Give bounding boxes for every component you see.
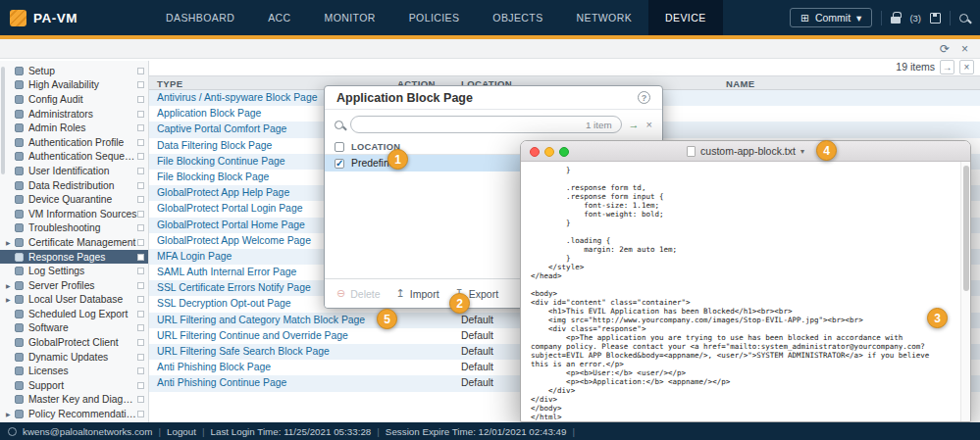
clear-filter-icon[interactable] bbox=[646, 119, 652, 130]
response-page-link[interactable]: GlobalProtect Portal Home Page bbox=[157, 218, 305, 233]
popout-icon[interactable] bbox=[137, 324, 144, 331]
chevron-down-icon[interactable] bbox=[800, 147, 804, 156]
popout-icon[interactable] bbox=[137, 196, 144, 203]
response-page-link[interactable]: Data Filtering Block Page bbox=[157, 138, 272, 154]
popout-icon[interactable] bbox=[137, 211, 144, 218]
popout-icon[interactable] bbox=[137, 81, 144, 88]
response-page-link[interactable]: Anti Phishing Block Page bbox=[157, 360, 271, 375]
sidebar-item[interactable]: VM Information Sources bbox=[0, 207, 148, 221]
popout-icon[interactable] bbox=[137, 254, 144, 261]
response-page-link[interactable]: MFA Login Page bbox=[157, 249, 232, 265]
row-checkbox[interactable] bbox=[335, 159, 344, 169]
response-page-link[interactable]: SSL Certificate Errors Notify Page bbox=[157, 280, 311, 296]
editor-content[interactable]: } .response form td, .response form inpu… bbox=[521, 162, 960, 421]
close-window-button[interactable] bbox=[530, 147, 540, 157]
sidebar-item[interactable]: Troubleshooting bbox=[0, 221, 148, 236]
sidebar-item[interactable]: Log Settings bbox=[0, 264, 148, 278]
sidebar-item[interactable]: Response Pages bbox=[0, 250, 148, 265]
apply-filter-icon[interactable] bbox=[629, 119, 640, 130]
expand-arrow-icon[interactable] bbox=[6, 411, 15, 417]
nav-tab[interactable]: ACC bbox=[251, 0, 307, 35]
arrow-right-icon[interactable] bbox=[940, 60, 954, 74]
popout-icon[interactable] bbox=[137, 396, 144, 403]
popout-icon[interactable] bbox=[137, 68, 144, 74]
refresh-icon[interactable] bbox=[940, 42, 950, 56]
popout-icon[interactable] bbox=[137, 296, 144, 303]
sidebar-item[interactable]: Server Profiles bbox=[0, 278, 148, 293]
popout-icon[interactable] bbox=[137, 311, 144, 318]
sidebar-item[interactable]: Local User Database bbox=[0, 293, 148, 308]
sidebar-item[interactable]: Config Audit bbox=[0, 92, 148, 107]
sidebar-scrollbar[interactable] bbox=[1, 67, 5, 174]
column-header-type[interactable]: TYPE bbox=[157, 78, 182, 89]
popout-icon[interactable] bbox=[137, 411, 144, 417]
sidebar-item[interactable]: Admin Roles bbox=[0, 121, 148, 135]
response-page-link[interactable]: SSL Decryption Opt-out Page bbox=[157, 296, 291, 312]
sidebar-item[interactable]: Administrators bbox=[0, 107, 148, 122]
minimize-window-button[interactable] bbox=[544, 147, 554, 157]
sidebar-item[interactable]: Certificate Management bbox=[0, 235, 148, 250]
zoom-window-button[interactable] bbox=[559, 147, 569, 157]
sidebar-item[interactable]: Support bbox=[0, 378, 148, 393]
logout-link[interactable]: Logout bbox=[167, 426, 196, 437]
nav-tab[interactable]: NETWORK bbox=[560, 0, 648, 35]
popout-icon[interactable] bbox=[137, 268, 144, 274]
popout-icon[interactable] bbox=[137, 354, 144, 361]
popout-icon[interactable] bbox=[137, 382, 144, 389]
response-page-link[interactable]: URL Filtering Safe Search Block Page bbox=[157, 344, 330, 360]
sidebar-item[interactable]: Authentication Sequence bbox=[0, 150, 148, 165]
response-page-link[interactable]: Antivirus / Anti-spyware Block Page bbox=[157, 90, 317, 106]
sidebar-item[interactable]: User Identification bbox=[0, 164, 148, 178]
response-page-link[interactable]: GlobalProtect Portal Login Page bbox=[157, 201, 302, 217]
popout-icon[interactable] bbox=[137, 153, 144, 160]
popout-icon[interactable] bbox=[137, 367, 144, 374]
response-page-link[interactable]: Anti Phishing Continue Page bbox=[157, 375, 286, 391]
response-page-link[interactable]: File Blocking Block Page bbox=[157, 170, 269, 185]
response-page-link[interactable]: Captive Portal Comfort Page bbox=[157, 122, 286, 137]
popout-icon[interactable] bbox=[137, 124, 144, 131]
sidebar-item[interactable]: Device Quarantine bbox=[0, 192, 148, 207]
save-icon[interactable] bbox=[930, 13, 941, 24]
popout-icon[interactable] bbox=[137, 111, 144, 118]
nav-tab[interactable]: DEVICE bbox=[648, 0, 723, 35]
response-page-link[interactable]: GlobalProtect App Welcome Page bbox=[157, 233, 311, 249]
scrollbar-thumb[interactable] bbox=[963, 166, 969, 291]
lock-icon[interactable] bbox=[891, 17, 901, 24]
select-all-checkbox[interactable] bbox=[335, 142, 344, 152]
sidebar-item[interactable]: Software bbox=[0, 321, 148, 336]
popout-icon[interactable] bbox=[137, 168, 144, 174]
response-page-link[interactable]: URL Filtering Continue and Override Page bbox=[157, 328, 348, 344]
sidebar-item[interactable]: Setup bbox=[0, 64, 148, 78]
popout-icon[interactable] bbox=[137, 339, 144, 346]
expand-arrow-icon[interactable] bbox=[6, 282, 15, 289]
column-header-name[interactable]: NAME bbox=[726, 78, 755, 89]
response-page-link[interactable]: SAML Auth Internal Error Page bbox=[157, 265, 296, 280]
sidebar-item[interactable]: Policy Recommendation bbox=[0, 407, 148, 421]
sidebar-item[interactable]: Data Redistribution bbox=[0, 178, 148, 193]
nav-tab[interactable]: DASHBOARD bbox=[149, 0, 251, 35]
close-icon[interactable] bbox=[959, 60, 974, 74]
nav-tab[interactable]: OBJECTS bbox=[476, 0, 559, 35]
sidebar-item[interactable]: GlobalProtect Client bbox=[0, 335, 148, 350]
response-page-link[interactable]: File Blocking Continue Page bbox=[157, 154, 285, 170]
import-button[interactable]: Import bbox=[396, 287, 439, 300]
response-page-link[interactable]: GlobalProtect App Help Page bbox=[157, 185, 289, 201]
popout-icon[interactable] bbox=[137, 282, 144, 289]
popout-icon[interactable] bbox=[137, 239, 144, 246]
sidebar-item[interactable]: Dynamic Updates bbox=[0, 350, 148, 365]
search-input[interactable]: 1 item bbox=[350, 116, 622, 133]
commit-button[interactable]: Commit bbox=[790, 8, 872, 27]
popout-icon[interactable] bbox=[137, 139, 144, 146]
nav-tab[interactable]: POLICIES bbox=[392, 0, 477, 35]
sidebar-item[interactable]: Scheduled Log Export bbox=[0, 307, 148, 321]
scrollbar[interactable] bbox=[960, 162, 970, 421]
response-page-link[interactable]: URL Filtering and Category Match Block P… bbox=[157, 313, 365, 328]
popout-icon[interactable] bbox=[137, 96, 144, 103]
search-icon[interactable] bbox=[959, 14, 968, 23]
sidebar-item[interactable]: Master Key and Diagnostics bbox=[0, 393, 148, 408]
popout-icon[interactable] bbox=[137, 224, 144, 231]
sidebar-item[interactable]: High Availability bbox=[0, 78, 148, 93]
help-icon[interactable] bbox=[638, 91, 650, 104]
response-page-link[interactable]: Application Block Page bbox=[157, 106, 261, 122]
expand-arrow-icon[interactable] bbox=[6, 239, 15, 246]
